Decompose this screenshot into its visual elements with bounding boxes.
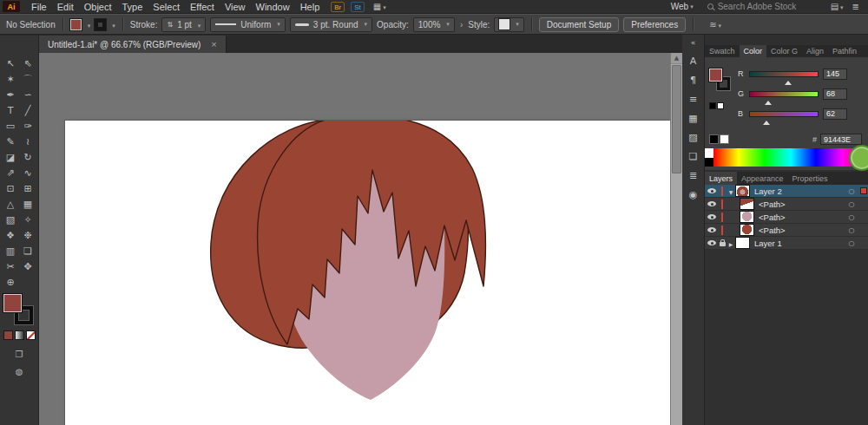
path-thumbnail[interactable] bbox=[740, 199, 753, 209]
scrollbar-thumb[interactable] bbox=[672, 65, 681, 173]
target-circle-icon[interactable] bbox=[845, 213, 858, 221]
fill-caret-icon[interactable] bbox=[86, 20, 91, 29]
direct-selection-tool[interactable]: ⇖ bbox=[19, 56, 36, 71]
width-tool[interactable]: ∿ bbox=[19, 165, 36, 180]
perspective-grid-tool[interactable]: △ bbox=[2, 196, 19, 212]
menu-object[interactable]: Object bbox=[79, 2, 117, 12]
document-tab[interactable]: Untitled-1.ai* @ 66.67% (RGB/Preview) × bbox=[39, 36, 227, 53]
appearance-panel-icon[interactable]: ≣ bbox=[682, 166, 705, 185]
magic-wand-tool[interactable]: ✶ bbox=[2, 71, 19, 87]
visibility-toggle[interactable] bbox=[705, 227, 719, 232]
green-slider-thumb[interactable] bbox=[765, 97, 772, 105]
visibility-toggle[interactable] bbox=[705, 188, 719, 193]
menu-window[interactable]: Window bbox=[251, 2, 295, 12]
red-slider[interactable] bbox=[749, 71, 819, 77]
layer-row-layer-1[interactable]: Layer 1 bbox=[705, 237, 868, 250]
selection-chip-cell[interactable] bbox=[858, 188, 868, 193]
fill-swatch[interactable] bbox=[3, 294, 22, 312]
spectrum-bw-chips[interactable] bbox=[705, 148, 713, 167]
color-spectrum[interactable] bbox=[705, 148, 868, 167]
lock-cell[interactable] bbox=[719, 212, 726, 222]
lasso-tool[interactable]: ⌒ bbox=[19, 71, 36, 87]
eraser-tool[interactable]: ◪ bbox=[2, 149, 19, 165]
target-circle-icon[interactable] bbox=[845, 200, 858, 208]
stroke-weight-stepper[interactable]: ⇅ 1 pt bbox=[161, 17, 206, 32]
layer-name[interactable]: Layer 2 bbox=[754, 186, 845, 196]
scroll-up-icon[interactable]: ▲ bbox=[671, 53, 682, 64]
collapse-chevron-icon[interactable] bbox=[726, 186, 736, 196]
tab-appearance[interactable]: Appearance bbox=[737, 172, 788, 185]
black-swatch[interactable] bbox=[710, 135, 718, 143]
tab-swatches[interactable]: Swatch bbox=[705, 45, 740, 57]
layer-row-path-2[interactable]: <Path> bbox=[705, 211, 868, 224]
tab-layers[interactable]: Layers bbox=[705, 172, 737, 185]
curvature-tool[interactable]: ∽ bbox=[19, 87, 36, 102]
layout-grid-icon[interactable]: ▦ bbox=[373, 2, 386, 11]
tab-align[interactable]: Align bbox=[802, 45, 828, 57]
path-name[interactable]: <Path> bbox=[759, 212, 845, 222]
lock-cell[interactable] bbox=[719, 226, 726, 235]
selection-tool[interactable]: ↖ bbox=[2, 56, 19, 71]
menu-effect[interactable]: Effect bbox=[185, 2, 220, 12]
opacity-dropdown[interactable]: 100% bbox=[413, 17, 455, 32]
line-segment-tool[interactable]: ╱ bbox=[19, 102, 36, 118]
layer-thumbnail[interactable] bbox=[736, 186, 749, 196]
artboard[interactable] bbox=[65, 121, 670, 425]
workspace-switcher[interactable]: Web bbox=[671, 2, 694, 11]
bridge-button[interactable]: Br bbox=[331, 2, 345, 12]
path-name[interactable]: <Path> bbox=[759, 226, 845, 235]
free-transform-tool[interactable]: ⊡ bbox=[2, 180, 19, 196]
stroke-caret-icon[interactable] bbox=[110, 20, 115, 29]
blue-slider[interactable] bbox=[749, 111, 819, 117]
document-setup-button[interactable]: Document Setup bbox=[539, 17, 620, 32]
close-tab-icon[interactable]: × bbox=[211, 39, 216, 49]
search-input[interactable] bbox=[718, 2, 815, 11]
tab-properties[interactable]: Properties bbox=[788, 172, 832, 185]
blue-value-field[interactable] bbox=[823, 108, 847, 120]
screen-mode-icon[interactable]: ◍ bbox=[16, 367, 23, 376]
default-swatches-icon[interactable] bbox=[710, 103, 723, 108]
layer-name[interactable]: Layer 1 bbox=[754, 239, 845, 248]
artboard-tool[interactable]: ❏ bbox=[19, 243, 36, 258]
gradient-button[interactable] bbox=[16, 331, 23, 339]
vertical-scrollbar[interactable]: ▲ bbox=[670, 53, 682, 425]
stepper-arrows-icon[interactable]: ⇅ bbox=[167, 21, 173, 29]
lock-cell[interactable] bbox=[719, 240, 726, 246]
shaper-tool[interactable]: ≀ bbox=[19, 134, 36, 149]
green-value-field[interactable] bbox=[823, 88, 847, 100]
visibility-toggle[interactable] bbox=[705, 214, 719, 219]
stroke-color-chip[interactable] bbox=[95, 19, 106, 30]
panel-fill-swatch[interactable] bbox=[709, 69, 722, 82]
tab-color[interactable]: Color bbox=[740, 45, 767, 57]
scale-tool[interactable]: ⇗ bbox=[2, 165, 19, 180]
paragraph-panel-icon[interactable]: ¶ bbox=[682, 70, 705, 89]
opacity-more-icon[interactable]: › bbox=[460, 20, 463, 29]
visibility-toggle[interactable] bbox=[705, 240, 719, 245]
style-dropdown[interactable] bbox=[494, 17, 524, 32]
brush-definition-dropdown[interactable]: 3 pt. Round bbox=[290, 17, 372, 32]
target-circle-icon[interactable] bbox=[845, 226, 858, 234]
stock-search[interactable] bbox=[707, 2, 815, 11]
green-slider[interactable] bbox=[749, 91, 819, 97]
layer-row-layer-2[interactable]: Layer 2 bbox=[705, 185, 868, 198]
eyedropper-tool[interactable]: ✧ bbox=[19, 212, 36, 227]
character-panel-icon[interactable]: A bbox=[682, 51, 705, 70]
rotate-tool[interactable]: ↻ bbox=[19, 149, 36, 165]
layer-row-path-3[interactable]: <Path> bbox=[705, 224, 868, 237]
app-logo[interactable]: Ai bbox=[3, 1, 20, 12]
blend-tool[interactable]: ❖ bbox=[2, 227, 19, 243]
path-thumbnail[interactable] bbox=[740, 212, 753, 222]
align-options-icon[interactable]: ≋ bbox=[709, 20, 721, 29]
artboards-panel-icon[interactable]: ❏ bbox=[682, 147, 705, 166]
stock-button[interactable]: St bbox=[351, 2, 365, 12]
gradient-tool[interactable]: ▧ bbox=[2, 212, 19, 227]
white-swatch[interactable] bbox=[720, 135, 728, 143]
pencil-tool[interactable]: ✎ bbox=[2, 134, 19, 149]
menu-edit[interactable]: Edit bbox=[52, 2, 79, 12]
spectrum-gradient[interactable] bbox=[713, 148, 868, 167]
width-profile-dropdown[interactable]: Uniform bbox=[210, 17, 286, 32]
pen-tool[interactable]: ✒ bbox=[2, 87, 19, 102]
expand-chevron-icon[interactable] bbox=[726, 239, 736, 248]
fill-color-chip[interactable] bbox=[70, 19, 82, 30]
stroke-panel-icon[interactable]: ≡ bbox=[682, 89, 705, 108]
